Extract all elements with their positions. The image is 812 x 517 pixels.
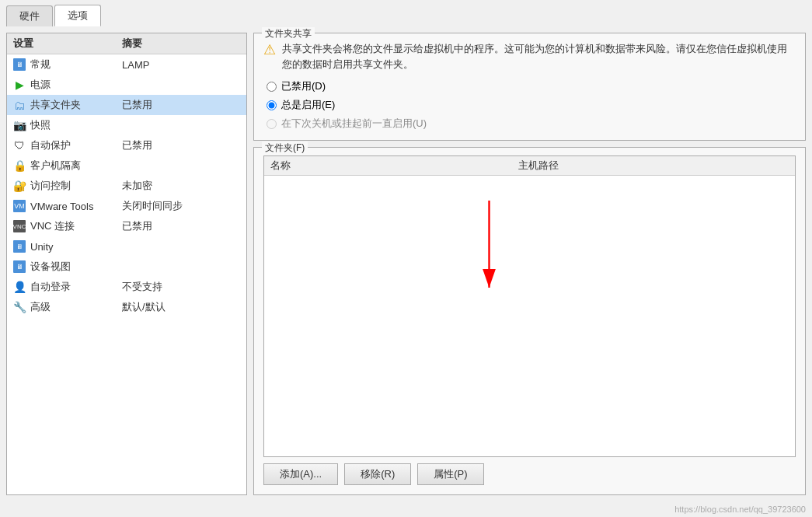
menu-item-shared-folders[interactable]: 🗂 共享文件夹 已禁用	[7, 95, 246, 115]
menu-label-advanced: 高级	[30, 300, 51, 314]
menu-item-vmware-tools[interactable]: VM VMware Tools 关闭时间同步	[7, 196, 246, 216]
menu-item-snapshot[interactable]: 📷 快照	[7, 115, 246, 135]
watermark: https://blog.csdn.net/qq_39723600	[0, 501, 812, 517]
radio-until-suspend[interactable]: 在下次关机或挂起前一直启用(U)	[267, 117, 796, 131]
folder-sharing-title: 文件夹共享	[262, 27, 315, 40]
content-area: 设置 摘要 🖥 常规 LAMP ▶ 电源	[0, 26, 812, 501]
menu-label-vnc: VNC 连接	[30, 219, 75, 233]
menu-summary-advanced: 默认/默认	[122, 300, 240, 314]
remove-button[interactable]: 移除(R)	[344, 463, 411, 485]
radio-disabled-input[interactable]	[267, 82, 277, 92]
menu-label-guest-isolation: 客户机隔离	[30, 159, 81, 173]
menu-label-snapshot: 快照	[30, 118, 51, 132]
menu-item-device-view[interactable]: 🖥 设备视图	[7, 257, 246, 277]
menu-item-auto-protect[interactable]: 🛡 自动保护 已禁用	[7, 135, 246, 155]
main-container: 硬件 选项 设置 摘要 🖥 常规 LAMP ▶ 电源	[0, 0, 812, 517]
menu-item-vnc[interactable]: VNC VNC 连接 已禁用	[7, 216, 246, 236]
unity-icon: 🖥	[13, 240, 26, 253]
menu-label-general: 常规	[30, 58, 51, 72]
power-icon: ▶	[13, 79, 26, 91]
properties-button[interactable]: 属性(P)	[417, 463, 483, 485]
menu-label-device-view: 设备视图	[30, 260, 71, 274]
menu-label-access-control: 访问控制	[30, 179, 71, 193]
col-path: 主机路径	[518, 159, 766, 173]
header-settings: 设置	[13, 37, 122, 51]
menu-item-guest-isolation[interactable]: 🔒 客户机隔离	[7, 155, 246, 176]
menu-item-advanced[interactable]: 🔧 高级 默认/默认	[7, 297, 246, 317]
file-table-header: 名称 主机路径	[264, 156, 795, 176]
menu-item-access-control[interactable]: 🔐 访问控制 未加密	[7, 176, 246, 196]
warning-box: ⚠ 共享文件夹会将您的文件显示给虚拟机中的程序。这可能为您的计算机和数据带来风险…	[263, 41, 796, 72]
menu-summary-vnc: 已禁用	[122, 219, 240, 233]
monitor-icon: 🖥	[13, 58, 26, 71]
file-table: 名称 主机路径	[263, 155, 796, 457]
menu-summary-access-control: 未加密	[122, 179, 240, 193]
warning-text: 共享文件夹会将您的文件显示给虚拟机中的程序。这可能为您的计算机和数据带来风险。请…	[282, 41, 796, 72]
arrow-annotation	[264, 176, 795, 300]
menu-item-general[interactable]: 🖥 常规 LAMP	[7, 54, 246, 75]
left-panel-header: 设置 摘要	[7, 33, 246, 54]
menu-item-unity[interactable]: 🖥 Unity	[7, 236, 246, 257]
devices-icon: 🖥	[13, 260, 26, 273]
file-table-body	[264, 176, 795, 300]
menu-summary-vmware-tools: 关闭时间同步	[122, 199, 240, 213]
col-name: 名称	[270, 159, 518, 173]
menu-label-shared-folders: 共享文件夹	[30, 98, 81, 112]
radio-group: 已禁用(D) 总是启用(E) 在下次关机或挂起前一直启用(U)	[263, 79, 796, 131]
autologin-icon: 👤	[13, 281, 26, 293]
header-summary: 摘要	[122, 37, 240, 51]
menu-label-auto-login: 自动登录	[30, 280, 71, 294]
folder-share-icon: 🗂	[13, 99, 26, 111]
shield-icon: 🛡	[13, 139, 26, 152]
advanced-icon: 🔧	[13, 301, 26, 313]
menu-label-power: 电源	[30, 78, 51, 92]
radio-always-label: 总是启用(E)	[281, 98, 335, 112]
col-extra	[765, 159, 789, 173]
folder-sharing-section: 文件夹共享 ⚠ 共享文件夹会将您的文件显示给虚拟机中的程序。这可能为您的计算机和…	[253, 33, 806, 141]
menu-item-auto-login[interactable]: 👤 自动登录 不受支持	[7, 277, 246, 297]
isolation-icon: 🔒	[13, 159, 26, 172]
menu-label-unity: Unity	[30, 241, 54, 253]
menu-summary-general: LAMP	[122, 59, 240, 71]
radio-disabled-label: 已禁用(D)	[281, 79, 326, 93]
menu-summary-auto-login: 不受支持	[122, 280, 240, 294]
radio-always[interactable]: 总是启用(E)	[267, 98, 796, 112]
radio-until-suspend-label: 在下次关机或挂起前一直启用(U)	[281, 117, 427, 131]
vnc-icon: VNC	[13, 220, 26, 232]
access-icon: 🔐	[13, 180, 26, 192]
menu-label-auto-protect: 自动保护	[30, 138, 71, 152]
files-section: 文件夹(F) 名称 主机路径	[253, 147, 806, 495]
menu-summary-shared-folders: 已禁用	[122, 98, 240, 112]
tab-hardware[interactable]: 硬件	[6, 5, 53, 26]
tab-options[interactable]: 选项	[54, 5, 101, 26]
files-section-title: 文件夹(F)	[262, 141, 308, 155]
radio-disabled[interactable]: 已禁用(D)	[267, 79, 796, 93]
menu-summary-auto-protect: 已禁用	[122, 138, 240, 152]
tab-bar: 硬件 选项	[0, 0, 812, 26]
radio-until-suspend-input[interactable]	[267, 119, 277, 129]
left-panel: 设置 摘要 🖥 常规 LAMP ▶ 电源	[6, 33, 247, 495]
menu-label-vmware-tools: VMware Tools	[30, 201, 93, 212]
bottom-buttons: 添加(A)... 移除(R) 属性(P)	[263, 463, 796, 485]
add-button[interactable]: 添加(A)...	[263, 463, 338, 485]
right-panel: 文件夹共享 ⚠ 共享文件夹会将您的文件显示给虚拟机中的程序。这可能为您的计算机和…	[253, 33, 806, 495]
vmtools-icon: VM	[13, 200, 26, 212]
menu-item-power[interactable]: ▶ 电源	[7, 75, 246, 95]
warning-icon: ⚠	[263, 41, 276, 58]
radio-always-input[interactable]	[267, 100, 277, 110]
camera-icon: 📷	[13, 119, 26, 131]
